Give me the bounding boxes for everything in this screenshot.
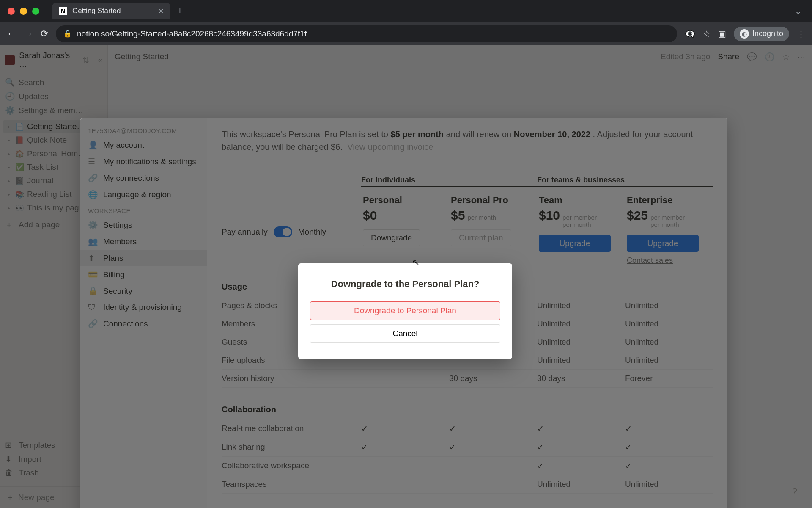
forward-button[interactable]: → <box>24 28 33 39</box>
new-tab-button[interactable]: + <box>177 6 183 17</box>
reload-button[interactable]: ⟳ <box>41 28 48 39</box>
downgrade-confirm-dialog: Downgrade to the Personal Plan? Downgrad… <box>298 263 512 359</box>
incognito-icon: ◐ <box>740 29 749 39</box>
window-maximize-button[interactable] <box>32 8 39 15</box>
dialog-title: Downgrade to the Personal Plan? <box>310 279 500 290</box>
traffic-lights <box>8 8 39 15</box>
tracking-off-icon[interactable]: 👁️‍🗨️ <box>685 29 695 39</box>
incognito-label: Incognito <box>752 29 783 38</box>
browser-chrome: N Getting Started ✕ + ⌄ ← → ⟳ 🔒 notion.s… <box>0 0 812 45</box>
notion-favicon-icon: N <box>59 7 67 15</box>
address-bar[interactable]: 🔒 notion.so/Getting-Started-a8a8c20268c2… <box>56 25 677 42</box>
window-minimize-button[interactable] <box>20 8 27 15</box>
downgrade-cancel-button[interactable]: Cancel <box>310 324 500 343</box>
url-text: notion.so/Getting-Started-a8a8c20268c246… <box>77 29 307 39</box>
tab-close-icon[interactable]: ✕ <box>158 7 164 15</box>
side-panel-icon[interactable]: ▣ <box>718 29 726 39</box>
downgrade-confirm-button[interactable]: Downgrade to Personal Plan <box>310 301 500 320</box>
browser-toolbar: ← → ⟳ 🔒 notion.so/Getting-Started-a8a8c2… <box>0 22 812 45</box>
window-close-button[interactable] <box>8 8 15 15</box>
app-viewport: Sarah Jonas's … ⇅ « 🔍Search 🕘Updates ⚙️S… <box>0 45 812 508</box>
help-button[interactable]: ? <box>787 484 802 499</box>
window-title-bar: N Getting Started ✕ + ⌄ <box>0 0 812 22</box>
lock-icon: 🔒 <box>63 30 72 38</box>
tab-title: Getting Started <box>72 7 153 15</box>
bookmark-star-icon[interactable]: ☆ <box>703 29 710 39</box>
tabs-dropdown-icon[interactable]: ⌄ <box>795 6 802 16</box>
browser-menu-icon[interactable]: ⋮ <box>797 29 805 39</box>
browser-tab[interactable]: N Getting Started ✕ <box>52 3 170 19</box>
incognito-badge[interactable]: ◐ Incognito <box>734 27 789 41</box>
back-button[interactable]: ← <box>7 28 16 39</box>
